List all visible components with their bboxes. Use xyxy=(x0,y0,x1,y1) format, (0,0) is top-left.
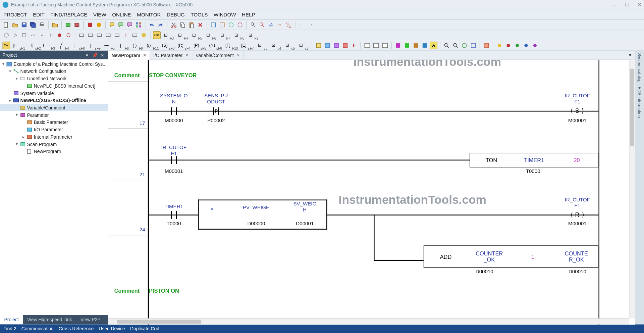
tab-dropdown-icon[interactable]: ▾ xyxy=(626,52,635,58)
tab-close-icon[interactable]: ✕ xyxy=(185,53,189,57)
sf2-icon[interactable]: ⊣| xyxy=(27,41,35,49)
debug-over-icon[interactable] xyxy=(29,31,37,39)
menu-monitor[interactable]: MONITOR xyxy=(137,11,161,17)
view-b-icon[interactable] xyxy=(324,41,331,49)
sf7-icon[interactable]: [E] xyxy=(240,41,248,49)
grid-icon[interactable] xyxy=(135,21,143,29)
color3-icon[interactable] xyxy=(412,41,420,49)
dot-r-icon[interactable] xyxy=(505,41,513,49)
undo-icon[interactable] xyxy=(148,21,156,29)
f10-icon[interactable]: [F] xyxy=(224,41,232,49)
f8-icon[interactable]: ⊡ xyxy=(232,31,240,39)
connect-icon[interactable] xyxy=(86,21,94,29)
tool-a-icon[interactable] xyxy=(210,21,217,29)
tree-netcfg[interactable]: Network Configuration xyxy=(20,68,66,74)
tab-ioparam[interactable]: I/O Parameter✕ xyxy=(150,51,192,60)
tree-plc[interactable]: NewPLC(XGB-XBCXS)-Offline xyxy=(20,98,86,103)
tree-internal[interactable]: Internal Parameter xyxy=(34,134,72,139)
function-add[interactable]: ADD COUNTER_OK 1 COUNTER_OK xyxy=(423,245,598,268)
pane-dropdown-icon[interactable]: ▾ xyxy=(84,53,90,57)
esc-key-icon[interactable]: Esc xyxy=(153,31,161,39)
tb2-d-icon[interactable] xyxy=(104,31,112,39)
menu-bar[interactable]: PROJECT EDIT FIND/REPLACE VIEW ONLINE MO… xyxy=(0,9,644,20)
sf9-icon[interactable]: | xyxy=(87,41,95,49)
contact-p[interactable]: P xyxy=(210,107,222,115)
folder-icon[interactable] xyxy=(51,21,59,29)
debug-step-icon[interactable] xyxy=(20,31,28,39)
save-icon[interactable] xyxy=(20,21,28,29)
document-tabs[interactable]: NewProgram✕ I/O Parameter✕ Variable/Comm… xyxy=(108,51,635,60)
menu-window[interactable]: WINDOW xyxy=(214,11,236,17)
close-button[interactable]: ✕ xyxy=(637,1,642,7)
dot-b-icon[interactable] xyxy=(522,41,530,49)
debug-bp-icon[interactable] xyxy=(56,31,63,39)
status-find2[interactable]: Find 2 xyxy=(3,326,16,331)
tool-b-icon[interactable] xyxy=(218,21,226,29)
c6-icon[interactable]: ⊡ xyxy=(297,41,305,49)
f5b-icon[interactable]: — xyxy=(103,41,110,49)
run-icon[interactable] xyxy=(95,21,103,29)
tree-newplc-net[interactable]: NewPLC [B0S0 Internal Cnet] xyxy=(34,83,95,88)
tree-scan[interactable]: Scan Program xyxy=(27,141,57,146)
debug-into-icon[interactable] xyxy=(38,31,46,39)
goto-icon[interactable] xyxy=(276,21,284,29)
f4-icon[interactable]: ⊡ xyxy=(176,31,184,39)
step-icon[interactable]: +1→11 xyxy=(285,21,292,29)
status-used[interactable]: Used Device xyxy=(99,326,125,331)
debug-bp2-icon[interactable] xyxy=(65,31,72,39)
menu-debug[interactable]: DEBUG xyxy=(167,11,185,17)
zoom-in-icon[interactable]: + xyxy=(443,41,451,49)
find-icon[interactable] xyxy=(249,21,257,29)
proj-tab-hsl[interactable]: View High-speed Link xyxy=(23,315,76,324)
maximize-button[interactable]: ☐ xyxy=(625,1,630,7)
find-next-icon[interactable] xyxy=(258,21,266,29)
arrow-left-icon[interactable]: ← xyxy=(298,21,306,29)
tb2-e-icon[interactable] xyxy=(113,31,121,39)
fullscreen-icon[interactable] xyxy=(470,41,477,49)
menu-project[interactable]: PROJECT xyxy=(3,11,27,17)
replace-icon[interactable] xyxy=(267,21,275,29)
f11-icon[interactable]: (/) xyxy=(145,41,153,49)
tab-varcom[interactable]: Variable/Comment✕ xyxy=(192,51,244,60)
c3-icon[interactable]: ⊡ xyxy=(256,41,264,49)
delete-icon[interactable] xyxy=(197,21,204,29)
tb2-a-icon[interactable] xyxy=(78,31,86,39)
project-tree[interactable]: ▾Example of a Packing Machine Control Sy… xyxy=(0,59,108,315)
sf4-icon[interactable]: (R) xyxy=(177,41,184,49)
view-d-icon[interactable] xyxy=(341,41,349,49)
menu-help[interactable]: HELP xyxy=(242,11,255,17)
comment3-icon[interactable] xyxy=(126,21,133,29)
c5-icon[interactable]: ⊡ xyxy=(283,41,291,49)
menu-tools[interactable]: TOOLS xyxy=(191,11,208,17)
f6b-icon[interactable]: | xyxy=(117,41,124,49)
menu-online[interactable]: ONLINE xyxy=(112,11,131,17)
tree-varcom[interactable]: Variable/Comment xyxy=(27,105,65,110)
tree-root[interactable]: Example of a Packing Machine Control Sys… xyxy=(13,61,106,66)
proj-tab-project[interactable]: Project xyxy=(0,315,23,324)
cut-icon[interactable] xyxy=(170,21,177,29)
debug-out-icon[interactable] xyxy=(47,31,55,39)
debug-start-icon[interactable] xyxy=(3,31,10,39)
f4b-icon[interactable]: ⊢/⊣ xyxy=(57,41,65,49)
text-a-icon[interactable]: A xyxy=(430,41,438,49)
table2-icon[interactable] xyxy=(372,41,380,49)
color2-icon[interactable] xyxy=(403,41,411,49)
vertical-scrollbar[interactable] xyxy=(629,60,635,319)
paste-icon[interactable] xyxy=(187,21,195,29)
c4-icon[interactable]: ⊡ xyxy=(270,41,277,49)
f6-icon[interactable]: ⊡ xyxy=(204,31,212,39)
zoom-out-icon[interactable] xyxy=(452,41,460,49)
new-icon[interactable] xyxy=(3,21,10,29)
f9b-icon[interactable]: ( ) xyxy=(131,41,139,49)
right-sidebar[interactable]: System catalog EDS information xyxy=(635,51,644,325)
redo-icon[interactable] xyxy=(157,21,164,29)
tab-newprogram[interactable]: NewProgram✕ xyxy=(108,51,150,60)
menu-find[interactable]: FIND/REPLACE xyxy=(50,11,87,17)
debug-play-icon[interactable] xyxy=(11,31,19,39)
zoom-fit-icon[interactable] xyxy=(461,41,469,49)
tree-basic[interactable]: Basic Parameter xyxy=(34,120,68,125)
toolbar-row-3[interactable]: Esc |⊢sF1 ⊣|sF2 ⊢⊣F3 ⊢/⊣F4 |sF8 |sF9 —F5… xyxy=(0,40,644,51)
f3b-icon[interactable]: ⊢⊣ xyxy=(43,41,51,49)
status-xref[interactable]: Cross Reference xyxy=(59,326,94,331)
tree-sysvar[interactable]: System Variable xyxy=(20,90,54,95)
